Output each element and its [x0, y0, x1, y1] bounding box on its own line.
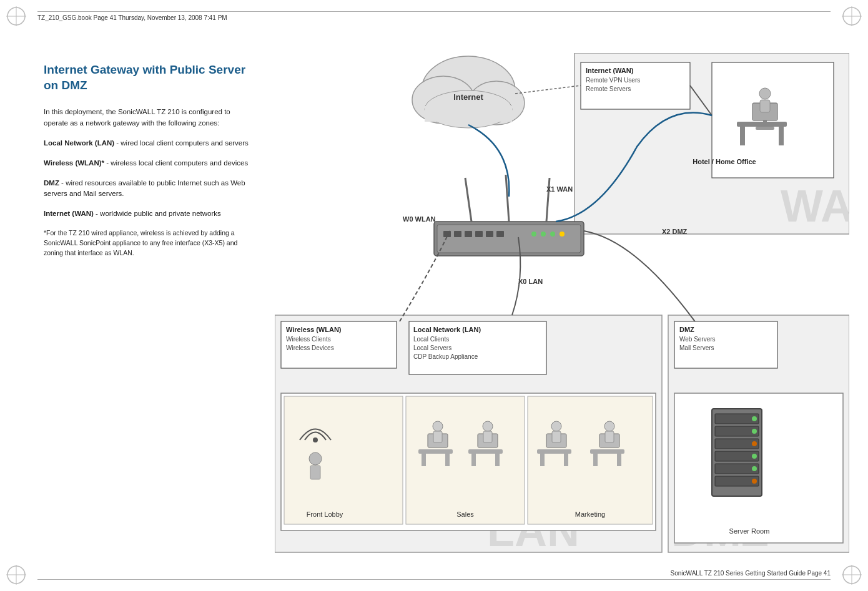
dmz-box-line1: Web Servers	[679, 336, 716, 343]
local-lan-line1: Local Clients	[413, 336, 449, 343]
svg-rect-40	[496, 231, 504, 237]
header-bar: TZ_210_GSG.book Page 41 Thursday, Novemb…	[37, 11, 831, 21]
page-title: Internet Gateway with Public Server on D…	[44, 62, 256, 93]
server-room-label: Server Room	[729, 527, 770, 535]
svg-point-95	[752, 479, 757, 484]
header-file-info: TZ_210_GSG.book Page 41 Thursday, Novemb…	[37, 14, 227, 21]
diagram-area: WAN LAN DMZ Internet Internet (WAN) Remo…	[275, 53, 849, 554]
svg-rect-19	[425, 106, 512, 122]
local-network-title: Local Network (LAN)	[413, 326, 481, 333]
reg-mark-bl	[5, 564, 27, 586]
intro-paragraph: In this deployment, the SonicWALL TZ 210…	[44, 107, 256, 129]
wlan-paragraph: Wireless (WLAN)* - wireless local client…	[44, 158, 256, 169]
svg-rect-62	[433, 431, 442, 442]
dmz-box-line2: Mail Servers	[679, 344, 714, 351]
svg-rect-27	[758, 124, 772, 126]
svg-rect-24	[779, 127, 784, 145]
dmz-paragraph: DMZ - wired resources available to publi…	[44, 178, 256, 200]
svg-point-87	[752, 429, 757, 434]
wireless-wlan-line2: Wireless Devices	[286, 344, 334, 351]
svg-rect-70	[537, 449, 571, 454]
x0-lan-label: X0 LAN	[518, 278, 543, 285]
internet-cloud-label: Internet	[453, 92, 483, 102]
lan-term: Local Network (LAN)	[44, 139, 114, 147]
svg-rect-63	[468, 449, 503, 454]
svg-rect-72	[564, 454, 568, 466]
svg-rect-28	[756, 127, 774, 130]
svg-rect-39	[486, 231, 493, 237]
svg-rect-58	[422, 454, 426, 466]
svg-point-74	[551, 421, 561, 431]
dmz-rest: - wired resources available to public In…	[44, 179, 245, 198]
dmz-box-title: DMZ	[679, 326, 694, 333]
wlan-term: Wireless (WLAN)*	[44, 159, 104, 167]
svg-rect-36	[454, 231, 461, 237]
wan-term: Internet (WAN)	[44, 210, 94, 217]
svg-point-29	[759, 88, 771, 99]
internet-wan-title: Internet (WAN)	[586, 67, 634, 74]
front-lobby-label: Front Lobby	[307, 510, 343, 518]
svg-rect-65	[495, 454, 500, 466]
server-rack-icon	[712, 409, 762, 496]
x2-dmz-label: X2 DMZ	[662, 228, 688, 235]
svg-rect-55	[310, 466, 320, 479]
reg-mark-tr	[841, 5, 863, 27]
wan-zone-label: WAN	[781, 181, 849, 231]
svg-rect-64	[471, 454, 476, 466]
svg-line-31	[515, 85, 581, 94]
svg-point-93	[752, 466, 757, 471]
sales-label: Sales	[456, 510, 474, 518]
svg-rect-78	[617, 454, 621, 466]
footer-text: SonicWALL TZ 210 Series Getting Started …	[671, 570, 831, 577]
svg-rect-38	[475, 231, 483, 237]
diagram-svg: WAN LAN DMZ Internet Internet (WAN) Remo…	[275, 53, 849, 565]
internet-wan-line2: Remote Servers	[586, 85, 631, 92]
internet-cloud: Internet	[412, 56, 525, 128]
lan-paragraph: Local Network (LAN) - wired local client…	[44, 138, 256, 149]
wan-paragraph: Internet (WAN) - worldwide public and pr…	[44, 208, 256, 220]
footer-bar: SonicWALL TZ 210 Series Getting Started …	[37, 570, 831, 580]
left-content: Internet Gateway with Public Server on D…	[44, 62, 256, 258]
svg-rect-77	[593, 454, 598, 466]
dmz-term: DMZ	[44, 179, 59, 187]
w0-wlan-label: W0 WLAN	[403, 215, 436, 223]
svg-rect-68	[483, 431, 492, 442]
svg-line-47	[546, 178, 550, 222]
wireless-wlan-line1: Wireless Clients	[286, 336, 331, 343]
svg-rect-69	[528, 396, 653, 524]
svg-point-80	[604, 421, 614, 431]
footnote: *For the TZ 210 wired appliance, wireles…	[44, 228, 256, 258]
svg-rect-75	[552, 431, 561, 442]
svg-point-54	[309, 452, 322, 465]
internet-wan-line1: Remote VPN Users	[586, 77, 640, 84]
wlan-rest: - wireless local client computers and de…	[104, 159, 248, 167]
svg-point-67	[483, 421, 493, 431]
svg-rect-57	[418, 449, 453, 454]
svg-rect-76	[590, 449, 624, 454]
svg-rect-71	[540, 454, 545, 466]
svg-point-41	[531, 232, 536, 237]
svg-point-91	[752, 454, 757, 459]
svg-point-44	[560, 232, 565, 237]
reg-mark-tl	[5, 5, 27, 27]
svg-point-61	[433, 421, 443, 431]
svg-line-45	[465, 178, 471, 222]
reg-mark-br	[841, 564, 863, 586]
local-lan-line2: Local Servers	[413, 344, 451, 351]
svg-rect-23	[740, 127, 745, 145]
svg-rect-59	[445, 454, 450, 466]
svg-rect-34	[437, 225, 581, 253]
svg-rect-26	[763, 120, 767, 124]
wan-rest: - worldwide public and private networks	[94, 210, 221, 217]
x1-wan-label: X1 WAN	[546, 185, 573, 193]
svg-rect-81	[605, 431, 614, 442]
hotel-home-title: Hotel / Home Office	[693, 158, 756, 165]
svg-rect-37	[465, 231, 472, 237]
svg-rect-30	[760, 100, 770, 112]
svg-rect-52	[284, 396, 403, 524]
marketing-label: Marketing	[575, 510, 605, 518]
wireless-wlan-title: Wireless (WLAN)	[286, 326, 342, 333]
svg-point-42	[541, 232, 546, 237]
svg-point-43	[550, 232, 555, 237]
local-lan-line3: CDP Backup Appliance	[413, 353, 478, 360]
